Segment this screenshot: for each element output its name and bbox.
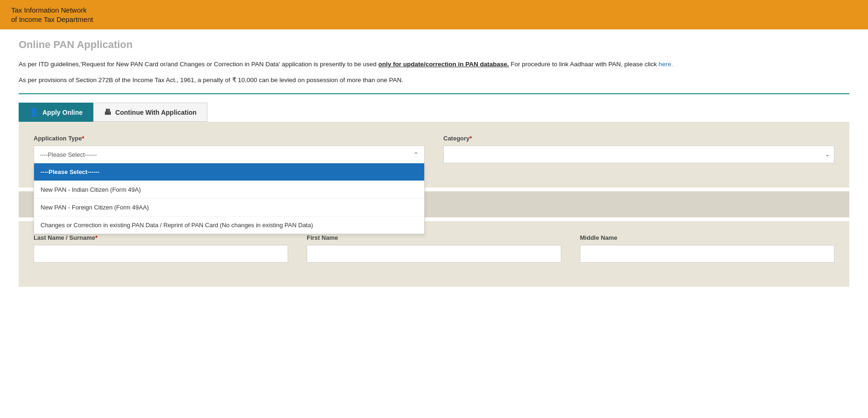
page-header: Tax Information Network of Income Tax De… xyxy=(0,0,868,29)
first-name-label: First Name xyxy=(307,234,561,241)
dropdown-option-49a[interactable]: New PAN - Indian Citizen (Form 49A) xyxy=(34,181,424,199)
apply-online-icon: 👤 xyxy=(29,108,39,117)
notice-penalty: As per provisions of Section 272B of the… xyxy=(19,75,849,85)
page-partial-title: Online PAN Application xyxy=(19,39,849,51)
page-content: Online PAN Application As per ITD guidel… xyxy=(0,29,868,296)
application-type-group: Application Type* ----Please Select-----… xyxy=(34,135,425,163)
application-type-label: Application Type* xyxy=(34,135,425,142)
middle-name-input[interactable] xyxy=(580,245,834,263)
chevron-up-icon: ⌃ xyxy=(413,151,419,158)
middle-name-label: Middle Name xyxy=(580,234,834,241)
category-select-wrapper: ⌄ xyxy=(443,146,834,163)
form-row-type-category: Application Type* ----Please Select-----… xyxy=(34,135,834,163)
category-group: Category* ⌄ xyxy=(443,135,834,163)
tab-bar: 👤 Apply Online 🖶 Continue With Applicati… xyxy=(19,103,849,122)
first-name-group: First Name xyxy=(307,234,561,263)
application-type-dropdown[interactable]: ----Please Select------ ⌃ ----Please Sel… xyxy=(34,146,425,163)
section-divider xyxy=(19,93,849,94)
form-row-name: Last Name / Surname* First Name Middle N… xyxy=(34,234,834,263)
tab-apply-online-label: Apply Online xyxy=(42,109,83,116)
category-label: Category* xyxy=(443,135,834,142)
application-type-dropdown-list: ----Please Select------ New PAN - Indian… xyxy=(34,163,425,234)
notice-pan-update: As per ITD guidelines,'Request for New P… xyxy=(19,59,849,70)
application-type-selected-text: ----Please Select------ xyxy=(40,151,97,158)
here-link[interactable]: here. xyxy=(659,61,673,68)
form-section-type-category: Application Type* ----Please Select-----… xyxy=(19,122,849,188)
continue-application-icon: 🖶 xyxy=(104,108,111,117)
application-type-select-display[interactable]: ----Please Select------ ⌃ xyxy=(34,146,425,163)
last-name-input[interactable] xyxy=(34,245,288,263)
tab-continue-application-label: Continue With Application xyxy=(115,109,196,116)
dropdown-option-49aa[interactable]: New PAN - Foreign Citizen (Form 49AA) xyxy=(34,199,424,216)
first-name-input[interactable] xyxy=(307,245,561,263)
dropdown-option-changes[interactable]: Changes or Correction in existing PAN Da… xyxy=(34,216,424,234)
middle-name-group: Middle Name xyxy=(580,234,834,263)
header-title: Tax Information Network of Income Tax De… xyxy=(11,6,93,24)
dropdown-option-please-select[interactable]: ----Please Select------ xyxy=(34,163,424,181)
last-name-group: Last Name / Surname* xyxy=(34,234,288,263)
last-name-label: Last Name / Surname* xyxy=(34,234,288,241)
tab-apply-online[interactable]: 👤 Apply Online xyxy=(19,103,93,122)
tab-continue-application[interactable]: 🖶 Continue With Application xyxy=(93,103,207,122)
category-select[interactable] xyxy=(443,146,834,163)
